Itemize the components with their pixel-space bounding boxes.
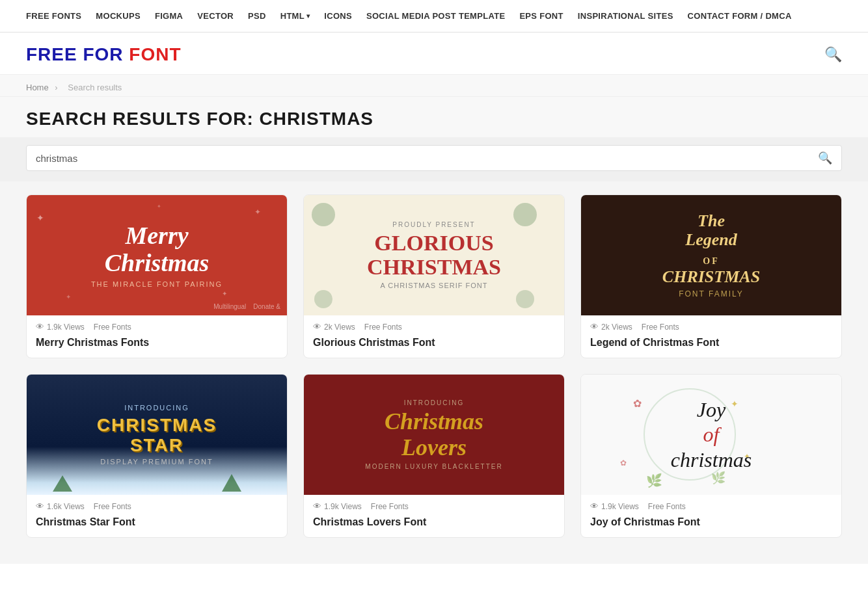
- breadcrumb-home[interactable]: Home: [26, 83, 49, 92]
- nav-mockups[interactable]: MOCKUPS: [96, 11, 141, 21]
- font-preview-merry: ✦ ✦ ✦ ✦ ✦ MerryChristmas THE MIRACLE FON…: [27, 195, 287, 315]
- nav-html[interactable]: HTML ▾: [280, 11, 310, 21]
- preview-text-large: MerryChristmas: [105, 222, 210, 277]
- svg-point-6: [513, 203, 537, 226]
- nav-vector[interactable]: VECTOR: [197, 11, 234, 21]
- svg-point-5: [312, 203, 335, 226]
- search-bar-wrap: 🔍: [26, 145, 842, 171]
- search-icon[interactable]: 🔍: [824, 46, 842, 63]
- breadcrumb: Home › Search results: [0, 75, 868, 97]
- font-card-meta: 👁 1.9k Views Free Fonts: [27, 315, 287, 334]
- nav-icons[interactable]: ICONS: [324, 11, 352, 21]
- svg-point-7: [314, 290, 332, 308]
- font-card-title: Merry Christmas Fonts: [27, 334, 287, 358]
- nav-social[interactable]: SOCIAL MEDIA POST TEMPLATE: [366, 11, 505, 21]
- font-card-meta: 👁 1.6k Views Free Fonts: [27, 495, 287, 514]
- views-count: 👁 1.9k Views: [313, 501, 362, 511]
- search-icon[interactable]: 🔍: [818, 151, 832, 165]
- search-input[interactable]: [36, 153, 818, 164]
- svg-text:✦: ✦: [36, 213, 44, 223]
- svg-text:✦: ✦: [157, 204, 161, 209]
- font-card-title: Legend of Christmas Font: [581, 334, 841, 358]
- font-card-joy-christmas[interactable]: ✿ ✦ ✿ ✦ 🌿 🌿 Joyofchristmas 👁 1.9k Views …: [580, 374, 842, 538]
- nav-eps[interactable]: EPS FONT: [519, 11, 563, 21]
- breadcrumb-separator: ›: [55, 83, 57, 92]
- font-card-legend-christmas[interactable]: TheLegendOFCHRISTMAS FONT FAMILY 👁 2k Vi…: [580, 194, 842, 358]
- preview-text-sub: THE MIRACLE FONT PAIRING: [91, 280, 223, 288]
- page-title: SEARCH RESULTS FOR: CHRISTMAS: [26, 109, 842, 129]
- nav-inspirational[interactable]: INSPIRATIONAL SITES: [578, 11, 673, 21]
- font-card-merry-christmas[interactable]: ✦ ✦ ✦ ✦ ✦ MerryChristmas THE MIRACLE FON…: [26, 194, 288, 358]
- site-header: FREE FOR FONT 🔍: [0, 33, 868, 75]
- font-card-meta: 👁 2k Views Free Fonts: [581, 315, 841, 334]
- font-card-title: Joy of Christmas Font: [581, 514, 841, 537]
- svg-text:✿: ✿: [620, 458, 627, 468]
- svg-marker-10: [222, 474, 241, 492]
- font-grid: ✦ ✦ ✦ ✦ ✦ MerryChristmas THE MIRACLE FON…: [26, 194, 842, 538]
- page-title-section: SEARCH RESULTS FOR: CHRISTMAS: [0, 97, 868, 137]
- views-count: 👁 2k Views: [313, 322, 355, 332]
- font-card-glorious-christmas[interactable]: PROUDLY PRESENT GlORiOUSCHRiSTMAS A CHRI…: [303, 194, 565, 358]
- font-preview-lovers: INTRODUCING ChristmasLovers MODERN LUXUR…: [304, 375, 564, 495]
- breadcrumb-current: Search results: [68, 83, 122, 92]
- nav-psd[interactable]: PSD: [248, 11, 266, 21]
- font-card-christmas-star[interactable]: INTRODUCING CHRISTMASSTAR DISPLAY PREMIU…: [26, 374, 288, 538]
- badge-free-fonts: Free Fonts: [642, 323, 679, 332]
- views-count: 👁 2k Views: [590, 322, 632, 332]
- font-card-meta: 👁 2k Views Free Fonts: [304, 315, 564, 334]
- main-nav: FREE FONTS MOCKUPS FIGMA VECTOR PSD HTML…: [0, 0, 868, 33]
- svg-point-8: [516, 290, 534, 308]
- font-card-title: Christmas Lovers Font: [304, 514, 564, 537]
- badge-free-fonts: Free Fonts: [94, 323, 131, 332]
- badge-free-fonts: Free Fonts: [648, 502, 686, 511]
- font-preview-star: INTRODUCING CHRISTMASSTAR DISPLAY PREMIU…: [27, 375, 287, 495]
- views-count: 👁 1.9k Views: [36, 322, 85, 332]
- font-preview-glorious: PROUDLY PRESENT GlORiOUSCHRiSTMAS A CHRI…: [304, 195, 564, 315]
- preview-content: PROUDLY PRESENT GlORiOUSCHRiSTMAS A CHRI…: [367, 221, 501, 290]
- svg-text:🌿: 🌿: [711, 471, 726, 485]
- search-bar-section: 🔍: [0, 137, 868, 181]
- font-card-meta: 👁 1.9k Views Free Fonts: [581, 495, 841, 514]
- svg-text:✦: ✦: [222, 290, 227, 297]
- badge-free-fonts: Free Fonts: [371, 502, 409, 511]
- font-card-title: Glorious Christmas Font: [304, 334, 564, 358]
- svg-text:🌿: 🌿: [646, 473, 662, 488]
- views-count: 👁 1.9k Views: [590, 501, 639, 511]
- nav-free-fonts[interactable]: FREE FONTS: [26, 11, 81, 21]
- preview-tag: Multilingual Donate &: [213, 303, 280, 310]
- main-content: ✦ ✦ ✦ ✦ ✦ MerryChristmas THE MIRACLE FON…: [0, 181, 868, 564]
- views-count: 👁 1.6k Views: [36, 501, 85, 511]
- eye-icon: 👁: [36, 501, 44, 511]
- svg-marker-9: [53, 475, 72, 492]
- nav-contact[interactable]: CONTACT FORM / DMCA: [688, 11, 792, 21]
- eye-icon: 👁: [590, 322, 599, 332]
- font-card-christmas-lovers[interactable]: INTRODUCING ChristmasLovers MODERN LUXUR…: [303, 374, 565, 538]
- nav-figma[interactable]: FIGMA: [155, 11, 183, 21]
- badge-free-fonts: Free Fonts: [94, 502, 131, 511]
- font-card-meta: 👁 1.9k Views Free Fonts: [304, 495, 564, 514]
- badge-free-fonts: Free Fonts: [364, 323, 402, 332]
- chevron-down-icon: ▾: [306, 12, 310, 20]
- eye-icon: 👁: [313, 501, 321, 511]
- font-preview-joy: ✿ ✦ ✿ ✦ 🌿 🌿 Joyofchristmas: [581, 375, 841, 495]
- svg-text:✦: ✦: [66, 293, 71, 300]
- svg-text:✦: ✦: [254, 207, 261, 217]
- font-preview-legend: TheLegendOFCHRISTMAS FONT FAMILY: [581, 195, 841, 315]
- font-card-title: Christmas Star Font: [27, 514, 287, 537]
- eye-icon: 👁: [590, 501, 599, 511]
- svg-text:✿: ✿: [633, 398, 642, 409]
- trees-svg: [27, 469, 287, 495]
- eye-icon: 👁: [313, 322, 321, 332]
- site-logo[interactable]: FREE FOR FONT: [26, 44, 182, 65]
- eye-icon: 👁: [36, 322, 44, 332]
